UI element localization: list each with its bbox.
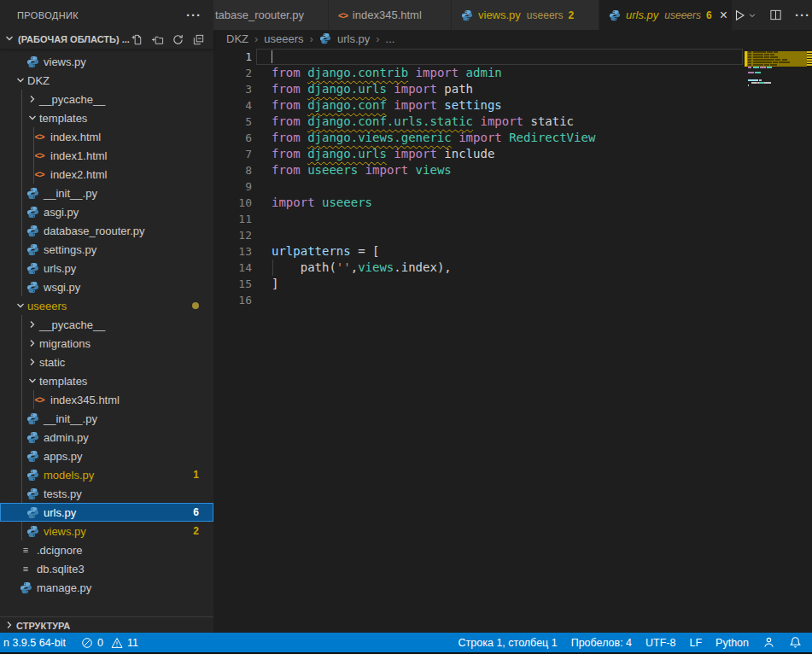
tree-item-asgi-py[interactable]: asgi.py <box>0 202 213 221</box>
tree-item-settings-py[interactable]: settings.py <box>0 240 213 259</box>
line-number[interactable]: 16 <box>213 292 252 308</box>
code-line[interactable]: 11 <box>213 211 812 227</box>
problems-status[interactable]: 0 11 <box>81 637 142 649</box>
chevron-down-icon[interactable] <box>3 32 16 47</box>
chevron-right-icon[interactable] <box>26 318 39 331</box>
tree-item-dkz[interactable]: DKZ <box>0 71 213 90</box>
code-line[interactable]: 1 <box>213 49 812 65</box>
chevron-down-icon[interactable] <box>14 73 27 87</box>
tree-item-index-html[interactable]: <>index.html <box>0 127 213 146</box>
tab-views-py[interactable]: views.pyuseeers2 <box>452 0 599 30</box>
line-number[interactable]: 6 <box>213 130 252 146</box>
chevron-right-icon[interactable] <box>26 355 39 369</box>
eol-status[interactable]: LF <box>689 637 702 649</box>
line-number[interactable]: 1 <box>213 49 252 65</box>
tab-index345-html[interactable]: <>index345.html <box>329 0 451 30</box>
chevron-down-icon[interactable] <box>26 111 39 125</box>
line-number[interactable]: 13 <box>213 243 252 260</box>
tree-item-wsgi-py[interactable]: wsgi.py <box>0 277 213 296</box>
code-line[interactable]: 7from django.urls import include <box>213 146 812 162</box>
line-number[interactable]: 8 <box>213 162 252 178</box>
line-number[interactable]: 14 <box>213 260 252 276</box>
code-line[interactable]: 5from django.conf.urls.static import sta… <box>213 114 812 130</box>
line-number[interactable]: 12 <box>213 227 252 243</box>
notifications-bell-icon[interactable] <box>789 636 802 649</box>
refresh-icon[interactable] <box>172 33 184 46</box>
line-number[interactable]: 5 <box>213 114 252 130</box>
chevron-down-icon[interactable] <box>14 299 27 312</box>
line-number[interactable]: 15 <box>213 276 252 292</box>
tree-item-index2-html[interactable]: <>index2.html <box>0 165 213 184</box>
tree-item-models-py[interactable]: models.py1 <box>0 465 213 484</box>
chevron-right-icon[interactable] <box>3 618 16 634</box>
tree-item-database-roouter-py[interactable]: database_roouter.py <box>0 221 213 240</box>
tree-item-manage-py[interactable]: manage.py <box>0 578 213 597</box>
chevron-right-icon[interactable] <box>26 92 39 106</box>
code-line[interactable]: 9 <box>213 178 812 195</box>
tree-item-index1-html[interactable]: <>index1.html <box>0 146 213 165</box>
tree-item-pycache[interactable]: __pycache__ <box>0 315 213 334</box>
tab-tabase-roouter-py[interactable]: tabase_roouter.py <box>213 0 328 30</box>
explorer-more-actions-icon[interactable]: ··· <box>186 12 202 19</box>
cursor-position-status[interactable]: Строка 1, столбец 1 <box>459 637 558 649</box>
new-folder-icon[interactable] <box>151 33 164 46</box>
run-python-file-button[interactable] <box>733 9 757 22</box>
more-actions-icon[interactable]: ··· <box>795 12 810 19</box>
code-line[interactable]: 16 <box>213 292 812 308</box>
tree-item-templates[interactable]: templates <box>0 371 213 390</box>
breadcrumb-item-folder[interactable]: DKZ <box>226 32 248 45</box>
code-line[interactable]: 12 <box>213 227 812 243</box>
chevron-down-icon[interactable] <box>748 11 757 20</box>
code-line[interactable]: 15] <box>213 276 812 292</box>
language-mode-status[interactable]: Python <box>716 637 749 649</box>
tree-item-static[interactable]: static <box>0 353 213 371</box>
feedback-icon[interactable] <box>762 636 775 649</box>
breadcrumb-item-file[interactable]: urls.py <box>337 32 370 45</box>
tree-item-index345-html[interactable]: <>index345.html <box>0 390 213 409</box>
close-icon[interactable]: × <box>720 9 727 21</box>
code-line[interactable]: 4from django.conf import settings <box>213 97 812 114</box>
code-line[interactable]: 13urlpatterns = [ <box>213 243 812 260</box>
tree-item-db-sqlite3[interactable]: ≡db.sqlite3 <box>0 559 213 578</box>
indentation-status[interactable]: Пробелов: 4 <box>571 637 632 649</box>
encoding-status[interactable]: UTF-8 <box>646 637 675 649</box>
tree-item-init-py[interactable]: __init__.py <box>0 184 213 202</box>
collapse-all-icon[interactable] <box>192 33 205 46</box>
tree-item-init-py[interactable]: __init__.py <box>0 409 213 428</box>
code-editor[interactable]: 12from django.contrib import admin3from … <box>213 47 812 633</box>
chevron-right-icon[interactable] <box>26 336 39 350</box>
line-number[interactable]: 10 <box>213 195 252 211</box>
line-number[interactable]: 2 <box>213 65 252 81</box>
line-number[interactable]: 3 <box>213 81 252 97</box>
tree-item-dcignore[interactable]: ≡.dcignore <box>0 540 213 559</box>
tree-item-apps-py[interactable]: apps.py <box>0 447 213 465</box>
workspace-section-header[interactable]: (РАБОЧАЯ ОБЛАСТЬ) ... <box>0 30 213 49</box>
tab-urls-py[interactable]: urls.pyuseeers6× <box>599 0 732 30</box>
tree-item-templates[interactable]: templates <box>0 108 213 127</box>
tree-item-pycache[interactable]: __pycache__ <box>0 90 213 108</box>
breadcrumb-item-symbol[interactable]: ... <box>386 32 395 45</box>
tree-item-views-py[interactable]: views.py2 <box>0 522 213 540</box>
outline-section-header[interactable]: СТРУКТУРА <box>0 616 216 634</box>
overview-ruler[interactable] <box>807 49 812 219</box>
python-interpreter-status[interactable]: n 3.9.5 64-bit <box>3 637 66 649</box>
tree-item-urls-py[interactable]: urls.py6 <box>0 503 213 522</box>
code-line[interactable]: 8from useeers import views <box>213 162 812 178</box>
code-line[interactable]: 14 path('',views.index), <box>213 260 812 276</box>
line-number[interactable]: 11 <box>213 211 252 227</box>
breadcrumb-item-folder[interactable]: useeers <box>264 32 303 45</box>
tree-item-urls-py[interactable]: urls.py <box>0 259 213 277</box>
tree-item-migrations[interactable]: migrations <box>0 334 213 353</box>
code-line[interactable]: 2from django.contrib import admin <box>213 65 812 81</box>
code-line[interactable]: 10import useeers <box>213 195 812 211</box>
minimap[interactable] <box>745 49 807 151</box>
line-number[interactable]: 9 <box>213 178 252 195</box>
line-number[interactable]: 4 <box>213 97 252 114</box>
new-file-icon[interactable] <box>131 33 143 46</box>
tree-item-views-py[interactable]: views.py <box>0 52 213 71</box>
tree-item-tests-py[interactable]: tests.py <box>0 484 213 503</box>
line-number[interactable]: 7 <box>213 146 252 162</box>
split-editor-icon[interactable] <box>769 9 782 21</box>
code-line[interactable]: 3from django.urls import path <box>213 81 812 97</box>
code-line[interactable]: 6from django.views.generic import Redire… <box>213 130 812 146</box>
